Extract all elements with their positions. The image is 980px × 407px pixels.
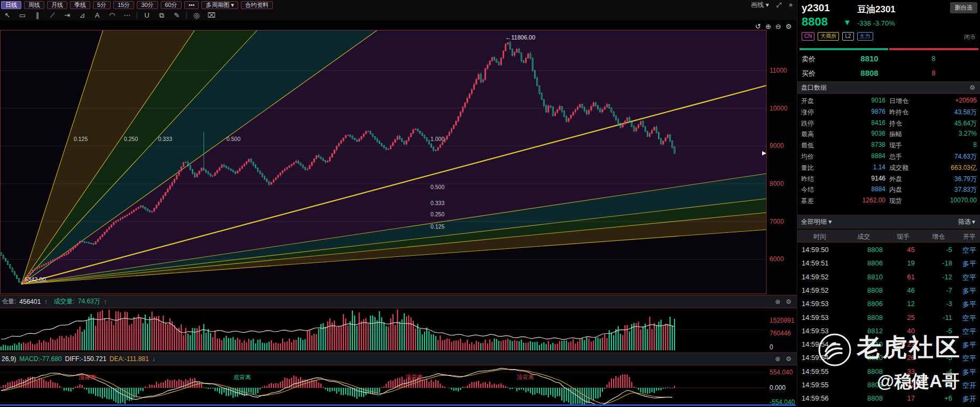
funnel-icon: ▼ xyxy=(971,219,976,225)
quote-row-开盘: 开盘9016日增仓+20595 xyxy=(797,95,980,106)
overlay-icon[interactable]: ⧉ xyxy=(154,10,169,20)
macd-pane-header: 26,9) MACD:-77.680 DIFF:-150.721 DEA:-11… xyxy=(0,353,797,365)
pencil-icon[interactable]: ✎ xyxy=(169,10,184,20)
trash-icon[interactable]: ⌧ xyxy=(204,10,219,20)
svg-text:0.333: 0.333 xyxy=(430,200,444,206)
tick-row: 14:59:53880825-11空平 xyxy=(797,311,980,325)
open-interest-value: 456401 xyxy=(19,298,41,306)
svg-text:顶背离: 顶背离 xyxy=(79,374,96,380)
ask-qty: 8 xyxy=(926,54,942,62)
bid-ask-gauge xyxy=(799,48,978,50)
period-button-60分[interactable]: 60分 xyxy=(161,1,182,9)
contract-info-button[interactable]: 合约资料 xyxy=(241,1,273,9)
tick-row: 14:59:55880833-4多平 xyxy=(797,365,980,379)
gear-icon[interactable]: ⚙ xyxy=(969,84,975,91)
tick-row: 14:59:51880619-18多平 xyxy=(797,257,980,270)
fullscreen-icon[interactable]: ⤢ xyxy=(777,1,782,9)
svg-text:0.500: 0.500 xyxy=(430,184,444,190)
quote-row-涨停: 涨停9876昨持仓43.58万 xyxy=(797,106,980,118)
period-button-15分[interactable]: 15分 xyxy=(113,1,134,9)
bid-row: 买价 8808 8 xyxy=(797,66,980,80)
volume-pane-header: 仓量: 456401 ↑ 成交量: 74.63万 ↑ ⊗⚙ xyxy=(0,295,797,308)
gann-fan-icon[interactable]: ⟋ xyxy=(45,10,60,20)
tick-col-增仓[interactable]: 增仓 xyxy=(932,232,945,241)
zoom-out-icon[interactable]: ⊖ xyxy=(775,22,781,30)
parallel-channel-icon[interactable]: ∥ xyxy=(30,10,45,20)
tick-col-时间[interactable]: 时间 xyxy=(813,232,826,241)
period-button-季线[interactable]: 季线 xyxy=(70,1,90,9)
tick-row: 14:59:55880832+6空开 xyxy=(797,379,980,392)
rect-select-icon[interactable]: ▭ xyxy=(15,10,30,20)
period-button-日线[interactable]: 日线 xyxy=(1,1,21,9)
close-pane-icon[interactable]: ⊗ xyxy=(775,355,780,363)
chevron-down-icon: ▾ xyxy=(231,2,234,8)
svg-text:10000: 10000 xyxy=(770,105,788,112)
svg-text:0.333: 0.333 xyxy=(158,136,172,142)
tick-col-现手[interactable]: 现手 xyxy=(897,232,910,241)
filter-button[interactable]: 筛选▼ xyxy=(958,217,976,226)
pane-settings-icon[interactable]: ⚙ xyxy=(786,355,791,363)
chart-settings-icon[interactable]: ⚙ xyxy=(786,22,792,30)
magnet-icon[interactable]: U xyxy=(139,10,154,20)
quote-row-跌停: 跌停8416持仓45.64万 xyxy=(797,118,980,129)
tick-row: 14:59:53880612-3多平 xyxy=(797,298,980,311)
price-change: -338 -3.70% xyxy=(857,19,895,27)
ask-row: 卖价 8810 8 xyxy=(797,52,980,66)
tick-row: 14:59:52881061-12空平 xyxy=(797,271,980,284)
tick-col-成交[interactable]: 成交 xyxy=(857,232,870,241)
zoom-in-icon[interactable]: ⊕ xyxy=(765,22,771,30)
quote-panel: y2301 豆油2301 删自选 8808 ▼ -338 -3.70% CN大商… xyxy=(797,0,980,407)
svg-text:9000: 9000 xyxy=(770,142,784,150)
quote-row-量比: 量比1.14成交额663.03亿 xyxy=(797,162,980,173)
tick-col-开平[interactable]: 开平 xyxy=(963,232,976,241)
tag-大商所: 大商所 xyxy=(818,32,839,41)
price-down-arrow-icon: ▼ xyxy=(843,18,851,27)
svg-text:0.250: 0.250 xyxy=(430,211,444,217)
main-chart-canvas[interactable]: 110001000090008000700060000.1250.2500.33… xyxy=(0,20,797,407)
draw-line-menu[interactable]: 画线 ▾ xyxy=(751,1,769,10)
quote-row-今结: 今结8884内盘37.83万 xyxy=(797,184,980,195)
contract-code: y2301 xyxy=(802,2,830,14)
close-pane-icon[interactable]: ⊗ xyxy=(775,298,780,306)
ask-price: 8810 xyxy=(851,54,888,63)
up-arrow-icon: ↑ xyxy=(104,298,107,306)
collapse-panel-icon[interactable]: » xyxy=(789,1,793,9)
all-details-dropdown[interactable]: 全部明细 ▾ xyxy=(801,217,832,226)
period-button-月线[interactable]: 月线 xyxy=(47,1,67,9)
period-button-周线[interactable]: 周线 xyxy=(24,1,44,9)
angle-line-icon[interactable]: ⊿ xyxy=(75,10,90,20)
text-tool-icon[interactable]: A xyxy=(90,10,105,20)
remove-watchlist-button[interactable]: 删自选 xyxy=(950,2,977,13)
pane-settings-icon[interactable]: ⚙ xyxy=(786,298,791,306)
period-button-5分[interactable]: 5分 xyxy=(93,1,111,9)
tick-row: 14:59:56880817+6多开 xyxy=(797,392,980,405)
tick-row: 14:59:54881026-5空平 xyxy=(797,351,980,365)
period-button-•••[interactable]: ••• xyxy=(184,1,199,9)
divider xyxy=(186,12,187,19)
quote-row-基差: 基差1262.00现货10070.00 xyxy=(797,195,980,206)
svg-text:5342.00: 5342.00 xyxy=(25,276,46,283)
bid-qty: 8 xyxy=(926,69,942,77)
svg-text:0.250: 0.250 xyxy=(124,136,138,142)
quote-row-最低: 最低8738现手8 xyxy=(797,139,980,151)
cursor-icon[interactable]: ↖ xyxy=(0,10,15,20)
tag-主力: 主力 xyxy=(857,32,873,41)
macd-params: 26,9) xyxy=(2,355,16,363)
period-toolbar: 日线周线月线季线5分15分30分60分••• 多周期图 ▾ 合约资料 画线 ▾ … xyxy=(0,0,797,10)
period-button-30分[interactable]: 30分 xyxy=(137,1,158,9)
svg-text:6000: 6000 xyxy=(770,255,784,263)
drawing-toolbar: ↖▭∥⟋⇥⊿A◠⋯U⧉✎◎⌧ xyxy=(0,10,797,20)
multi-period-button[interactable]: 多周期图 ▾ xyxy=(201,1,238,9)
more-tools-icon[interactable]: ⋯ xyxy=(120,10,135,20)
up-arrow-icon: ↑ xyxy=(44,298,47,306)
extend-line-icon[interactable]: ⇥ xyxy=(60,10,75,20)
tick-table-header: 时间成交现手增仓开平 xyxy=(797,230,980,242)
svg-text:0: 0 xyxy=(770,343,773,351)
wave-tool-icon[interactable]: ◠ xyxy=(105,10,120,20)
down-arrow-icon: ↓ xyxy=(152,355,155,363)
futures-trading-app: 日线周线月线季线5分15分30分60分••• 多周期图 ▾ 合约资料 画线 ▾ … xyxy=(0,0,980,407)
visibility-icon[interactable]: ◎ xyxy=(189,10,204,20)
undo-icon[interactable]: ↺ xyxy=(755,22,761,30)
volume-value: 74.63万 xyxy=(78,297,100,306)
svg-text:8000: 8000 xyxy=(770,180,784,187)
